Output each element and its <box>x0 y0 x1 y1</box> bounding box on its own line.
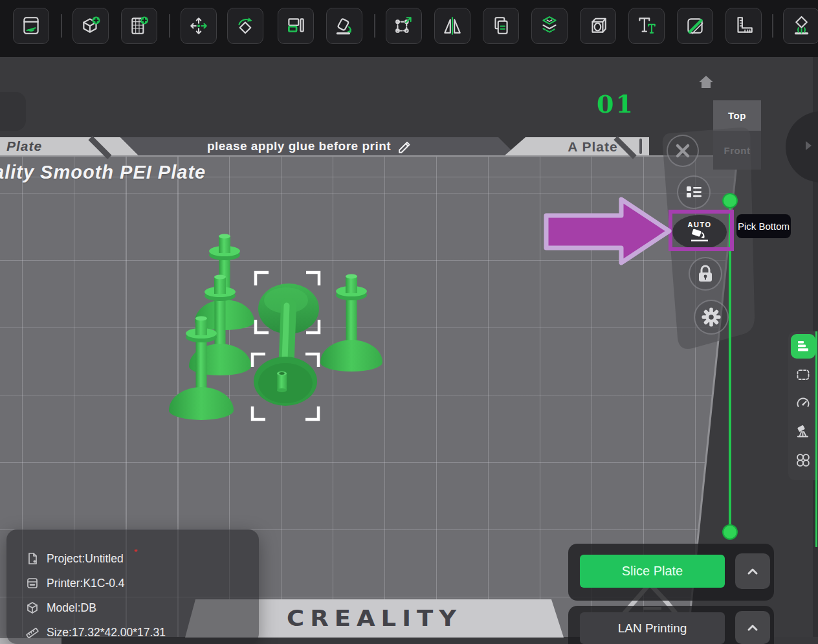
tab-fold-mark <box>639 139 642 154</box>
lay-on-face-button[interactable] <box>326 8 362 44</box>
info-row-size: Size:17.32*42.00*17.31 <box>26 620 259 644</box>
lay-flat-icon <box>333 15 355 37</box>
home-view-icon[interactable] <box>696 72 716 92</box>
dock-support-button[interactable] <box>791 419 815 444</box>
unsaved-flag: * <box>134 546 138 557</box>
document-icon <box>26 552 39 565</box>
slice-plate-label: Slice Plate <box>622 564 683 579</box>
side-panel-collapse-handle[interactable] <box>786 111 818 183</box>
paint-tool-button[interactable] <box>677 8 713 44</box>
tooltip-text: Pick Bottom <box>738 221 790 232</box>
annotation-arrow <box>542 193 676 269</box>
printer-icon <box>26 577 39 590</box>
lan-printing-button[interactable]: LAN Printing <box>580 612 725 644</box>
marquee-icon <box>795 366 812 383</box>
dock-speed-button[interactable] <box>791 391 815 416</box>
move-icon <box>188 15 210 37</box>
plate-tab-current[interactable]: Plate <box>0 137 139 155</box>
clip-slider-handle-bottom[interactable] <box>722 524 738 540</box>
model-value: Model:DB <box>47 601 96 615</box>
printer-value: Printer:K1C-0.4 <box>47 577 125 590</box>
view-top-button[interactable]: Top <box>713 100 761 131</box>
clone-icon <box>490 15 512 37</box>
arrange-icon <box>285 15 307 37</box>
info-row-printer: Printer:K1C-0.4 <box>26 571 259 595</box>
text-icon <box>636 15 658 37</box>
slice-options-button[interactable] <box>735 553 770 589</box>
measure-tool-button[interactable] <box>725 8 762 44</box>
edit-notice-pen-icon[interactable] <box>397 139 412 153</box>
clip-slider-handle-top[interactable] <box>722 193 738 208</box>
rotate-tool-button[interactable] <box>227 8 263 44</box>
paint-icon <box>684 15 706 37</box>
right-dock <box>788 331 818 480</box>
tooltip: Pick Bottom <box>736 214 791 238</box>
plate-number: 01 <box>597 89 635 118</box>
close-plate-button[interactable] <box>667 135 699 167</box>
gear-icon <box>701 307 722 328</box>
close-icon <box>674 142 691 159</box>
size-value: Size:17.32*42.00*17.31 <box>47 626 166 639</box>
support-icon <box>790 15 812 37</box>
plate-type-label: ality Smooth PEI Plate <box>0 162 206 183</box>
list-view-icon <box>685 184 703 200</box>
split-icon <box>538 15 560 37</box>
view-top-label: Top <box>728 110 746 121</box>
add-plate-icon <box>128 15 150 37</box>
info-row-project: Project:Untitled * <box>26 546 259 571</box>
object-list-icon <box>795 338 812 355</box>
plate-settings-button[interactable] <box>694 300 729 335</box>
rotate-icon <box>234 15 256 37</box>
chevron-up-icon <box>744 621 762 635</box>
toolbar-separator <box>374 14 375 38</box>
clone-tool-button[interactable] <box>483 8 519 44</box>
project-info-panel: Project:Untitled * Printer:K1C-0.4 Model… <box>6 529 259 644</box>
lock-plate-button[interactable] <box>689 257 722 291</box>
move-tool-button[interactable] <box>181 8 217 44</box>
add-model-icon <box>80 15 102 37</box>
add-plate-button[interactable] <box>121 8 157 44</box>
dock-active-edge <box>815 331 817 547</box>
drill-tool-button[interactable] <box>580 8 616 44</box>
slice-plate-button[interactable]: Slice Plate <box>580 555 725 588</box>
chevron-up-icon <box>744 564 762 579</box>
text-tool-button[interactable] <box>628 8 665 44</box>
dock-object-list-button[interactable] <box>791 334 815 359</box>
project-value: Project:Untitled <box>47 552 124 566</box>
info-row-model: Model:DB <box>26 595 259 620</box>
lan-printing-label: LAN Printing <box>618 621 687 636</box>
device-button[interactable] <box>13 8 49 44</box>
plate-tab-label: Plate <box>6 139 42 154</box>
ruler-icon <box>26 626 39 639</box>
annotation-highlight-box <box>669 210 734 251</box>
cube-icon <box>26 601 39 614</box>
main-toolbar <box>0 0 818 57</box>
measure-icon <box>733 15 755 37</box>
lan-options-button[interactable] <box>735 611 770 644</box>
drill-icon <box>587 15 609 37</box>
toolbar-separator <box>169 14 170 38</box>
plate-notice-bar[interactable]: please apply glue before print <box>102 137 516 155</box>
offscreen-panel-corner <box>0 92 26 131</box>
split-tool-button[interactable] <box>531 8 568 44</box>
support-tool-button[interactable] <box>783 8 818 44</box>
creality-logo-text: CREALITY <box>287 606 462 632</box>
mirror-tool-button[interactable] <box>434 8 470 44</box>
gauge-icon <box>795 395 812 412</box>
device-plate-icon <box>20 15 42 37</box>
view-front-button[interactable]: Front <box>713 131 761 170</box>
auto-arrange-button[interactable] <box>278 8 314 44</box>
creality-print-app: { "colors": { "accent_green": "#21c45c",… <box>0 0 818 644</box>
dock-selection-button[interactable] <box>791 362 815 387</box>
four-circles-icon <box>795 452 812 469</box>
add-model-button[interactable] <box>72 8 109 44</box>
dock-apps-button[interactable] <box>791 448 815 472</box>
lock-icon <box>696 265 715 283</box>
panel-expand-caret-icon[interactable] <box>804 140 813 151</box>
plate-list-button[interactable] <box>677 175 711 209</box>
scale-icon <box>393 15 415 37</box>
mirror-icon <box>441 15 463 37</box>
spotlight-support-icon <box>795 423 812 440</box>
toolbar-separator <box>772 14 773 38</box>
scale-tool-button[interactable] <box>386 8 422 44</box>
